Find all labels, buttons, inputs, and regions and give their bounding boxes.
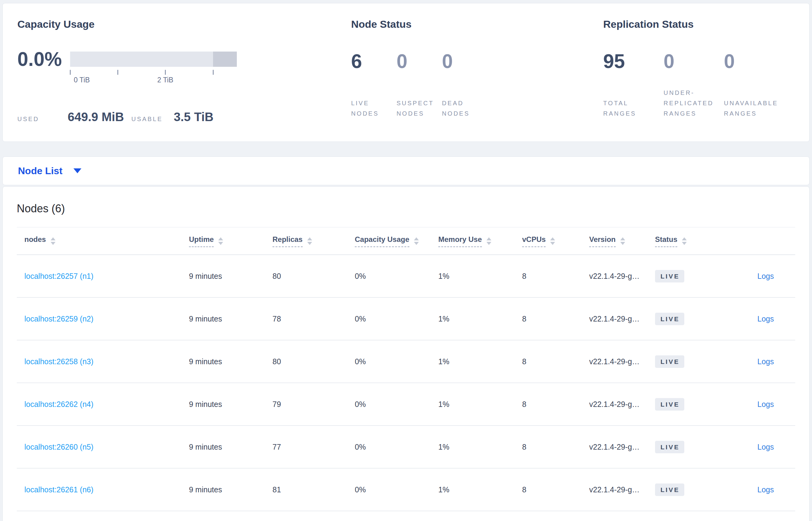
table-row: localhost:26257 (n1) 9 minutes 80 0% 1% … xyxy=(17,255,795,298)
under-replicated-ranges-label: UNDER-REPLICATED RANGES xyxy=(664,88,724,119)
live-nodes-stat: 6 LIVE NODES xyxy=(351,51,397,119)
total-ranges-stat: 95 TOTAL RANGES xyxy=(603,51,664,119)
column-header-replicas[interactable]: Replicas xyxy=(272,228,355,254)
cell-memory-use: 1% xyxy=(438,357,522,366)
cell-version: v22.1.4-29-g… xyxy=(589,314,655,323)
cell-memory-use: 1% xyxy=(438,442,522,451)
cell-capacity-usage: 0% xyxy=(355,442,438,451)
table-row: localhost:26258 (n3) 9 minutes 80 0% 1% … xyxy=(17,340,795,383)
cell-uptime: 9 minutes xyxy=(189,271,272,281)
nodes-table-card: Nodes (6) nodes Uptime Replicas Capacity… xyxy=(2,186,810,521)
logs-link[interactable]: Logs xyxy=(758,315,774,323)
cell-replicas: 80 xyxy=(272,357,355,366)
usable-value: 3.5 TiB xyxy=(174,110,213,124)
status-badge: LIVE xyxy=(655,483,684,496)
cell-memory-use: 1% xyxy=(438,271,522,281)
column-header-version[interactable]: Version xyxy=(589,228,655,254)
usable-label: USABLE xyxy=(132,116,174,122)
cell-vcpus: 8 xyxy=(522,485,589,494)
cell-uptime: 9 minutes xyxy=(189,442,272,451)
capacity-bar-segment xyxy=(213,51,237,67)
cell-memory-use: 1% xyxy=(438,400,522,409)
node-status-section: Node Status 6 LIVE NODES 0 SUSPECT NODES… xyxy=(351,18,603,124)
capacity-usage-title: Capacity Usage xyxy=(17,18,351,30)
sort-icon xyxy=(51,237,55,245)
node-link[interactable]: localhost:26257 (n1) xyxy=(24,272,94,280)
total-ranges-label: TOTAL RANGES xyxy=(603,98,664,119)
node-link[interactable]: localhost:26261 (n6) xyxy=(24,485,94,494)
view-selector-bar: Node List xyxy=(2,157,810,185)
node-status-title: Node Status xyxy=(351,18,603,30)
cell-version: v22.1.4-29-g… xyxy=(589,400,655,409)
total-ranges-value: 95 xyxy=(603,51,664,71)
cell-replicas: 80 xyxy=(272,271,355,281)
node-link[interactable]: localhost:26260 (n5) xyxy=(24,443,94,451)
column-header-logs xyxy=(726,228,795,254)
capacity-axis-ticks xyxy=(70,70,237,75)
cell-vcpus: 8 xyxy=(522,442,589,451)
cell-vcpus: 8 xyxy=(522,357,589,366)
cell-version: v22.1.4-29-g… xyxy=(589,271,655,281)
cell-uptime: 9 minutes xyxy=(189,400,272,409)
live-nodes-label: LIVE NODES xyxy=(351,98,397,119)
cell-version: v22.1.4-29-g… xyxy=(589,357,655,366)
column-header-uptime[interactable]: Uptime xyxy=(189,228,272,254)
capacity-usage-section: Capacity Usage 0.0% 0 TiB 2 TiB xyxy=(17,18,351,124)
table-row: localhost:26262 (n4) 9 minutes 79 0% 1% … xyxy=(17,383,795,426)
replication-status-title: Replication Status xyxy=(603,18,794,30)
live-nodes-value: 6 xyxy=(351,51,397,71)
status-badge: LIVE xyxy=(655,398,684,411)
under-replicated-ranges-stat: 0 UNDER-REPLICATED RANGES xyxy=(664,51,724,119)
cell-replicas: 81 xyxy=(272,485,355,494)
nodes-table-title: Nodes (6) xyxy=(17,203,795,215)
unavailable-ranges-label: UNAVAILABLE RANGES xyxy=(724,98,794,119)
node-link[interactable]: localhost:26259 (n2) xyxy=(24,315,94,323)
cell-replicas: 78 xyxy=(272,314,355,323)
dead-nodes-label: DEAD NODES xyxy=(442,98,487,119)
dead-nodes-stat: 0 DEAD NODES xyxy=(442,51,487,119)
cell-vcpus: 8 xyxy=(522,400,589,409)
node-list-dropdown[interactable]: Node List xyxy=(18,164,81,178)
cell-capacity-usage: 0% xyxy=(355,357,438,366)
node-list-dropdown-label: Node List xyxy=(18,164,63,178)
cell-capacity-usage: 0% xyxy=(355,271,438,281)
replication-status-section: Replication Status 95 TOTAL RANGES 0 UND… xyxy=(603,18,794,124)
status-badge: LIVE xyxy=(655,270,684,282)
logs-link[interactable]: Logs xyxy=(758,272,774,280)
cell-vcpus: 8 xyxy=(522,314,589,323)
logs-link[interactable]: Logs xyxy=(758,400,774,408)
table-row: localhost:26260 (n5) 9 minutes 77 0% 1% … xyxy=(17,426,795,469)
column-header-status[interactable]: Status xyxy=(655,228,726,254)
cell-replicas: 79 xyxy=(272,400,355,409)
column-header-nodes[interactable]: nodes xyxy=(17,228,189,254)
cell-uptime: 9 minutes xyxy=(189,357,272,366)
cell-uptime: 9 minutes xyxy=(189,314,272,323)
cell-capacity-usage: 0% xyxy=(355,314,438,323)
status-badge: LIVE xyxy=(655,441,684,453)
axis-tick-label: 0 TiB xyxy=(74,76,90,84)
status-badge: LIVE xyxy=(655,313,684,325)
used-value: 649.9 MiB xyxy=(68,110,132,124)
sort-icon xyxy=(620,237,625,245)
cell-uptime: 9 minutes xyxy=(189,485,272,494)
logs-link[interactable]: Logs xyxy=(758,485,774,494)
cell-version: v22.1.4-29-g… xyxy=(589,442,655,451)
logs-link[interactable]: Logs xyxy=(758,357,774,366)
unavailable-ranges-stat: 0 UNAVAILABLE RANGES xyxy=(724,51,794,119)
sort-icon xyxy=(486,237,491,245)
node-link[interactable]: localhost:26258 (n3) xyxy=(24,357,94,366)
logs-link[interactable]: Logs xyxy=(758,443,774,451)
capacity-bar: 0 TiB 2 TiB xyxy=(70,51,237,85)
capacity-percent-value: 0.0% xyxy=(17,51,70,67)
cell-version: v22.1.4-29-g… xyxy=(589,485,655,494)
sort-icon xyxy=(682,237,687,245)
table-header-row: nodes Uptime Replicas Capacity Usage Mem… xyxy=(17,228,795,255)
table-row: localhost:26259 (n2) 9 minutes 78 0% 1% … xyxy=(17,298,795,340)
sort-icon xyxy=(307,237,312,245)
cell-capacity-usage: 0% xyxy=(355,485,438,494)
column-header-vcpus[interactable]: vCPUs xyxy=(522,228,589,254)
cell-memory-use: 1% xyxy=(438,485,522,494)
column-header-capacity-usage[interactable]: Capacity Usage xyxy=(355,228,438,254)
node-link[interactable]: localhost:26262 (n4) xyxy=(24,400,94,408)
column-header-memory-use[interactable]: Memory Use xyxy=(438,228,522,254)
